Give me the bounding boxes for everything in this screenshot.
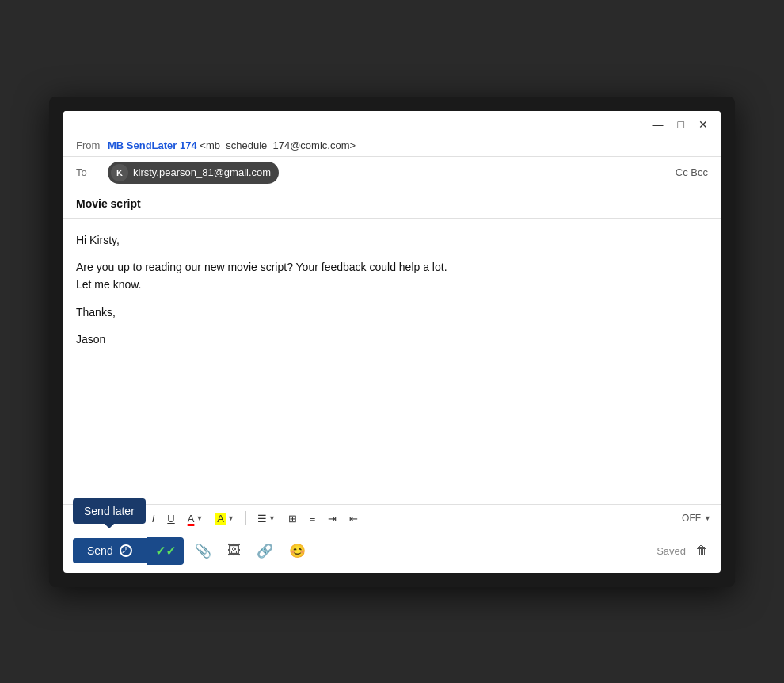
subject-row: Movie script bbox=[63, 189, 721, 219]
title-bar-controls: — □ ✕ bbox=[649, 117, 711, 132]
greeting: Hi Kirsty, bbox=[76, 231, 708, 249]
saved-status: Saved 🗑 bbox=[657, 540, 711, 561]
from-label: From bbox=[76, 139, 108, 151]
to-row: To K kirsty.pearson_81@gmail.com Cc Bcc bbox=[63, 157, 721, 189]
from-row: From MB SendLater 174 <mb_schedule_174@c… bbox=[63, 135, 721, 157]
compose-window: — □ ✕ From MB SendLater 174 <mb_schedule… bbox=[63, 111, 721, 573]
action-bar: Send later Send ✓✓ 📎 🖼 🔗 😊 Saved bbox=[63, 532, 721, 573]
to-avatar: K bbox=[111, 164, 128, 181]
from-sender: MB SendLater 174 <mb_schedule_174@comic.… bbox=[108, 139, 356, 151]
saved-label-text: Saved bbox=[657, 545, 686, 557]
indent-button[interactable]: ⇥ bbox=[323, 509, 341, 528]
body-signature: Jason bbox=[76, 330, 708, 348]
send-label: Send bbox=[87, 544, 113, 557]
window-shadow: — □ ✕ From MB SendLater 174 <mb_schedule… bbox=[49, 97, 735, 587]
off-label: OFF bbox=[682, 513, 701, 524]
clock-icon bbox=[120, 544, 132, 557]
to-chip[interactable]: K kirsty.pearson_81@gmail.com bbox=[108, 162, 279, 184]
toolbar-separator-1 bbox=[245, 511, 246, 525]
cc-bcc-button[interactable]: Cc Bcc bbox=[676, 166, 708, 178]
to-email-text: kirsty.pearson_81@gmail.com bbox=[133, 166, 271, 178]
emoji-button[interactable]: 😊 bbox=[284, 538, 310, 564]
text-color-button[interactable]: A ▼ bbox=[183, 509, 208, 528]
link-button[interactable]: 🔗 bbox=[252, 538, 278, 564]
unordered-list-button[interactable]: ≡ bbox=[305, 509, 321, 528]
title-bar: — □ ✕ bbox=[63, 111, 721, 135]
image-button[interactable]: 🖼 bbox=[223, 538, 245, 563]
underline-button[interactable]: U bbox=[162, 509, 179, 528]
highlight-dropdown-arrow: ▼ bbox=[227, 514, 234, 522]
checkmark-button[interactable]: ✓✓ bbox=[147, 537, 184, 565]
checkmark-icon: ✓✓ bbox=[155, 544, 176, 559]
clock-minute-hand bbox=[122, 551, 126, 553]
email-body[interactable]: Hi Kirsty, Are you up to reading our new… bbox=[63, 219, 721, 504]
italic-button[interactable]: I bbox=[147, 509, 160, 528]
attach-button[interactable]: 📎 bbox=[190, 538, 216, 564]
send-button-group: Send later Send ✓✓ bbox=[73, 537, 184, 565]
from-email: <mb_schedule_174@comic.com> bbox=[200, 139, 356, 151]
off-dropdown-arrow: ▼ bbox=[704, 514, 711, 522]
formatting-toolbar: Arial 10 ▼ B I U A ▼ A ▼ ☰ ▼ ⊞ ≡ bbox=[63, 504, 721, 532]
maximize-button[interactable]: □ bbox=[675, 117, 687, 132]
from-name: MB SendLater 174 bbox=[108, 139, 197, 151]
text-color-dropdown-arrow: ▼ bbox=[196, 514, 203, 522]
send-button[interactable]: Send bbox=[73, 538, 147, 563]
subject-text: Movie script bbox=[76, 197, 141, 210]
body-paragraph1: Are you up to reading our new movie scri… bbox=[76, 258, 708, 294]
body-closing: Thanks, bbox=[76, 303, 708, 321]
minimize-button[interactable]: — bbox=[649, 117, 667, 132]
close-button[interactable]: ✕ bbox=[695, 117, 711, 132]
to-label: To bbox=[76, 166, 108, 178]
outdent-button[interactable]: ⇤ bbox=[344, 509, 363, 528]
off-toggle[interactable]: OFF ▼ bbox=[682, 513, 711, 524]
align-dropdown-arrow: ▼ bbox=[268, 514, 276, 522]
align-button[interactable]: ☰ ▼ bbox=[253, 509, 280, 528]
ordered-list-button[interactable]: ⊞ bbox=[284, 509, 302, 528]
trash-button[interactable]: 🗑 bbox=[692, 540, 711, 561]
send-later-tooltip[interactable]: Send later bbox=[73, 498, 146, 524]
highlight-button[interactable]: A ▼ bbox=[211, 509, 239, 528]
